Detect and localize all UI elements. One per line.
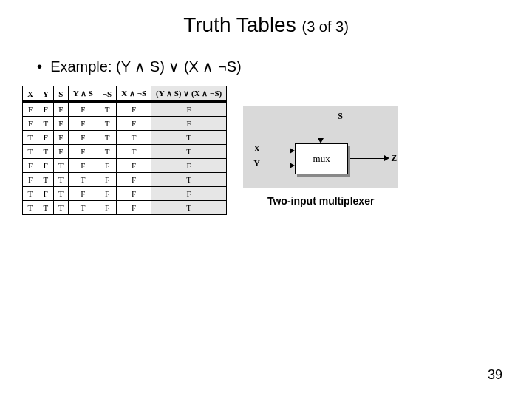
table-row: TTTTFFT xyxy=(23,201,227,215)
table-cell: F xyxy=(68,131,98,145)
table-cell: T xyxy=(53,159,68,173)
title-main: Truth Tables xyxy=(183,13,301,36)
table-row: FTTTFFT xyxy=(23,173,227,187)
table-cell: T xyxy=(151,131,227,145)
table-cell: T xyxy=(53,201,68,215)
mux-box: mux xyxy=(295,143,348,174)
mux-line-z xyxy=(349,158,385,159)
table-row: FFTFFFF xyxy=(23,159,227,173)
table-cell: T xyxy=(98,117,116,131)
table-head: XYSY ∧ S¬SX ∧ ¬S(Y ∧ S) ∨ (X ∧ ¬S) xyxy=(23,86,227,102)
table-cell: F xyxy=(38,131,53,145)
table-cell: F xyxy=(38,187,53,201)
table-cell: T xyxy=(98,145,116,159)
table-cell: F xyxy=(98,159,116,173)
table-cell: F xyxy=(38,102,53,117)
table-cell: T xyxy=(23,145,38,159)
mux-arrow-y xyxy=(290,163,295,168)
table-cell: F xyxy=(151,187,227,201)
table-cell: T xyxy=(68,173,98,187)
bullet-text: Example: (Y ∧ S) ∨ (X ∧ ¬S) xyxy=(50,58,242,75)
table-cell: T xyxy=(98,131,116,145)
page-number: 39 xyxy=(488,367,502,383)
table-header-cell: S xyxy=(53,86,68,102)
table-cell: F xyxy=(151,102,227,117)
table-cell: T xyxy=(23,201,38,215)
table-cell: F xyxy=(117,159,151,173)
table-cell: T xyxy=(23,131,38,145)
table-cell: F xyxy=(117,173,151,187)
table-cell: F xyxy=(23,102,38,117)
table-cell: T xyxy=(151,201,227,215)
table-row: TFFFTTT xyxy=(23,131,227,145)
table-cell: F xyxy=(23,173,38,187)
mux-figure: S X Y Z mux Two-input multiplexer xyxy=(243,106,398,207)
slide: Truth Tables (3 of 3) • Example: (Y ∧ S)… xyxy=(0,0,532,399)
mux-arrow-x xyxy=(290,148,295,154)
table-cell: F xyxy=(38,159,53,173)
table-cell: T xyxy=(151,145,227,159)
table-cell: T xyxy=(53,187,68,201)
table-header-cell: X ∧ ¬S xyxy=(117,86,151,102)
table-body: FFFFTFFFTFFTFFTFFFTTTTTFFTTTFFTFFFFFTTTF… xyxy=(23,102,227,215)
table-cell: T xyxy=(38,117,53,131)
table-header-cell: Y ∧ S xyxy=(68,86,98,102)
table-header-cell: X xyxy=(23,86,38,102)
table-cell: T xyxy=(38,145,53,159)
table-cell: F xyxy=(68,187,98,201)
mux-label-y: Y xyxy=(253,158,260,169)
table-cell: F xyxy=(98,201,116,215)
mux-arrow-s xyxy=(318,138,324,143)
mux-caption: Two-input multiplexer xyxy=(243,195,398,207)
table-cell: F xyxy=(68,102,98,117)
mux-line-s xyxy=(321,121,321,139)
table-cell: F xyxy=(117,117,151,131)
mux-diagram: S X Y Z mux xyxy=(243,106,398,188)
table-cell: F xyxy=(68,117,98,131)
table-cell: F xyxy=(117,102,151,117)
example-bullet: • Example: (Y ∧ S) ∨ (X ∧ ¬S) xyxy=(37,58,532,75)
table-row: TTFFTTT xyxy=(23,145,227,159)
table-cell: F xyxy=(53,131,68,145)
table-row: FFFFTFF xyxy=(23,102,227,117)
table-cell: T xyxy=(23,187,38,201)
table-cell: F xyxy=(117,201,151,215)
table-cell: F xyxy=(151,117,227,131)
slide-title: Truth Tables (3 of 3) xyxy=(0,0,532,37)
mux-label-x: X xyxy=(253,143,260,154)
content-row: XYSY ∧ S¬SX ∧ ¬S(Y ∧ S) ∨ (X ∧ ¬S) FFFFT… xyxy=(0,86,532,215)
table-cell: T xyxy=(38,201,53,215)
table-cell: T xyxy=(117,131,151,145)
table-cell: F xyxy=(117,187,151,201)
table-cell: F xyxy=(53,145,68,159)
table-cell: F xyxy=(53,117,68,131)
table-cell: F xyxy=(53,102,68,117)
table-cell: F xyxy=(23,159,38,173)
table-cell: F xyxy=(98,187,116,201)
table-row: FTFFTFF xyxy=(23,117,227,131)
table-cell: T xyxy=(53,173,68,187)
truth-table: XYSY ∧ S¬SX ∧ ¬S(Y ∧ S) ∨ (X ∧ ¬S) FFFFT… xyxy=(22,86,227,215)
title-sub: (3 of 3) xyxy=(301,18,348,35)
mux-arrow-z xyxy=(384,155,389,161)
table-cell: F xyxy=(68,159,98,173)
table-cell: T xyxy=(117,145,151,159)
mux-label-z: Z xyxy=(391,153,397,164)
table-cell: F xyxy=(151,159,227,173)
table-cell: F xyxy=(23,117,38,131)
table-header-cell: Y xyxy=(38,86,53,102)
table-header-cell: ¬S xyxy=(98,86,116,102)
table-cell: T xyxy=(68,201,98,215)
table-row: TFTFFFF xyxy=(23,187,227,201)
mux-line-y xyxy=(261,166,290,166)
table-cell: T xyxy=(151,173,227,187)
table-cell: T xyxy=(98,102,116,117)
table-cell: F xyxy=(68,145,98,159)
mux-label-s: S xyxy=(338,111,343,122)
table-cell: F xyxy=(98,173,116,187)
table-header-cell: (Y ∧ S) ∨ (X ∧ ¬S) xyxy=(151,86,227,102)
table-cell: T xyxy=(38,173,53,187)
mux-line-x xyxy=(261,151,290,151)
